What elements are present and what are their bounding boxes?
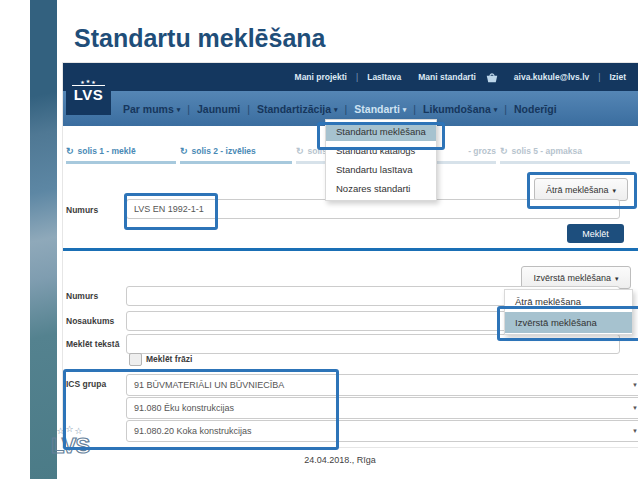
- basket-icon[interactable]: [485, 71, 499, 83]
- annotation-box-menu-item: [317, 122, 445, 150]
- nav-item-standarti[interactable]: Standarti ▾: [354, 103, 406, 115]
- select-caret-icon: ▼: [632, 382, 638, 388]
- numurs-label: Numurs: [66, 205, 98, 215]
- caret-down-icon: ▾: [494, 106, 498, 113]
- lvs-logo[interactable]: ★★★ LVS: [66, 67, 111, 115]
- annotation-box-izversta-item: [497, 306, 638, 341]
- presentation-slide: Standartu meklēšana LV EN Mani projekti …: [0, 0, 638, 479]
- meklet-frazi-checkbox[interactable]: [129, 353, 142, 366]
- caret-down-icon: ▾: [177, 106, 181, 113]
- separator: [356, 72, 358, 82]
- meklet-teksta-label: Meklēt tekstā: [66, 339, 119, 349]
- nav-item-standartizacija[interactable]: Standartizācija ▾: [257, 103, 338, 115]
- menu-item-nozares-standarti[interactable]: Nozares standarti: [326, 179, 436, 198]
- nav-item-likumdosana[interactable]: Likumdošana ▾: [423, 103, 497, 115]
- meklet-frazi-label: Meklēt frāzi: [146, 354, 192, 364]
- caret-down-icon: ▾: [403, 106, 407, 113]
- logo-text: LVS: [72, 85, 106, 103]
- link-my-projects[interactable]: Mani projekti: [295, 72, 347, 82]
- meklet-button[interactable]: Meklēt: [567, 224, 624, 243]
- step-arrow-icon: ↻: [500, 147, 508, 156]
- step-1[interactable]: ↻ solis 1 - meklē: [66, 141, 176, 164]
- logout-link[interactable]: Iziet: [609, 72, 626, 82]
- step-2[interactable]: ↻ solis 2 - izvēlies: [180, 141, 292, 164]
- slide-title: Standartu meklēšana: [74, 24, 326, 53]
- user-email[interactable]: aiva.kukule@lvs.lv: [514, 72, 589, 82]
- separator: [187, 103, 190, 115]
- caret-down-icon: ▾: [334, 106, 338, 113]
- separator: [598, 72, 600, 82]
- separator: [504, 103, 507, 115]
- separator: [247, 103, 250, 115]
- separator: [413, 103, 416, 115]
- nosaukums-label: Nosaukums: [66, 316, 114, 326]
- annotation-box-numurs-value: [124, 193, 218, 230]
- slide-date: 24.04.2018., Rīga: [270, 455, 410, 465]
- adv-numurs-label: Numurs: [66, 291, 98, 301]
- step-arrow-icon: ↻: [296, 147, 304, 156]
- site-top-bar: LV EN Mani projekti Lasītava Mani standa…: [63, 63, 638, 91]
- menu-item-standartu-lasitava[interactable]: Standartu lasītava: [326, 160, 436, 179]
- nav-item-noderigi[interactable]: Noderīgi: [514, 103, 557, 115]
- annotation-box-quick-search: [527, 172, 637, 209]
- step-5[interactable]: ↻ solis 5 - apmaksa: [500, 141, 630, 164]
- separator: [345, 103, 348, 115]
- link-reading-room[interactable]: Lasītava: [367, 72, 401, 82]
- nav-item-jaunumi[interactable]: Jaunumi: [197, 103, 240, 115]
- select-caret-icon: ▼: [632, 428, 638, 434]
- decorative-side-bar: [30, 0, 57, 479]
- website-screenshot: LV EN Mani projekti Lasītava Mani standa…: [62, 62, 638, 448]
- annotation-box-ics-section: [63, 369, 339, 450]
- step-arrow-icon: ↻: [66, 147, 74, 156]
- step-arrow-icon: ↻: [180, 147, 188, 156]
- nav-item-par-mums[interactable]: Par mums ▾: [123, 103, 180, 115]
- select-caret-icon: ▼: [632, 405, 638, 411]
- link-my-standards[interactable]: Mani standarti: [418, 72, 476, 82]
- caret-down-icon: ▾: [615, 275, 619, 282]
- section-divider: [63, 248, 638, 251]
